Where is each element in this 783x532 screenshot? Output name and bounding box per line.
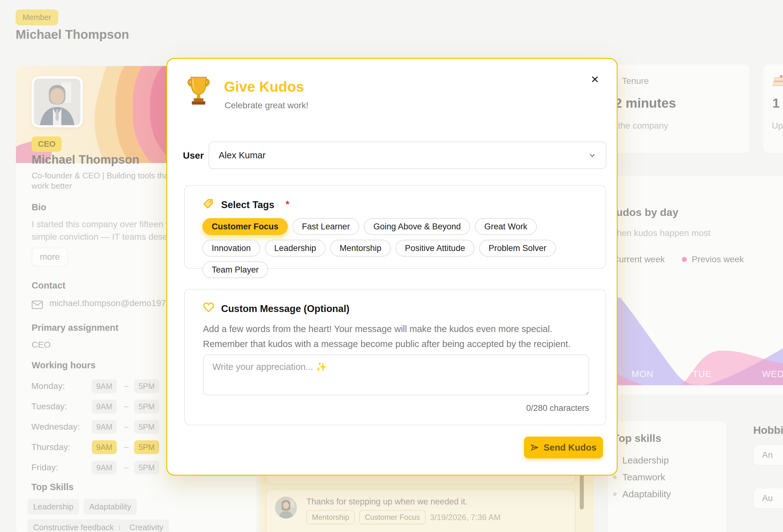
user-field-label: User [183,150,204,161]
send-kudos-button[interactable]: Send Kudos [524,437,603,459]
current-week-label: Current week [613,255,665,264]
hours-separator: – [124,442,128,452]
profile-tagline-line2: work better [32,181,72,191]
top-skill-item: Adaptability [613,489,671,499]
give-kudos-modal: Give Kudos Celebrate great work! ✕ User … [166,58,618,476]
top-skills-card: Top skills Leadership Teamwork Adaptabil… [607,421,727,532]
paper-plane-icon [530,443,539,452]
feed-avatar [275,497,297,519]
tag-pill[interactable]: Going Above & Beyond [364,218,470,235]
tag-pill[interactable]: Great Work [475,218,537,235]
birthday-card: 1 Upcoming [763,64,783,153]
start-hour-pill: 9AM [92,400,117,413]
day-label: Wednesday: [31,422,80,432]
tag-pill[interactable]: Leadership [265,240,326,257]
working-hours-row: Monday: 9AM – 5PM [31,379,169,393]
hours-separator: – [124,381,128,391]
skill-pill: Leadership [28,499,79,515]
x-label-wed: WED [762,369,783,379]
top-skills-heading: Top Skills [31,482,73,492]
top-skill-item: Teamwork [613,472,671,483]
hobby-pill: Au [753,488,783,509]
top-skill-label: Adaptability [622,489,671,499]
kudos-area-chart: MON TUE WED [597,298,783,385]
feed-tag: Customer Focus [359,510,426,525]
kudos-chart-subtitle: When kudos happen most [608,228,710,238]
page-title: Michael Thompson [15,28,129,42]
avatar-photo-man [34,78,81,125]
user-select[interactable]: Alex Kumar [209,141,606,169]
previous-week-label: Previos week [692,255,744,264]
tag-pill[interactable]: Positive Attitude [396,240,474,257]
tag-pill[interactable]: Customer Focus [202,218,288,235]
message-textarea[interactable] [203,355,589,395]
feed-timestamp: 3/19/2026, 7:36 AM [430,512,501,522]
profile-avatar [32,76,83,127]
previous-week-dot [682,257,687,262]
working-hours-row: Wednesday: 9AM – 5PM [31,420,169,434]
top-skills-right-heading: Top skills [613,432,661,444]
tag-pill-list: Customer FocusFast LearnerGoing Above & … [202,218,591,278]
message-description-line2: Remember that kudos with a message becom… [203,339,571,349]
char-counter: 0/280 characters [203,403,589,413]
hours-separator: – [124,401,128,411]
day-label: Friday: [31,463,58,472]
end-hour-pill: 5PM [134,461,159,474]
birthday-value: 1 [772,96,780,111]
tenure-label: Tenure [622,76,649,86]
feed-meta-row: Mentorship Customer Focus 3/19/2026, 7:3… [306,510,501,525]
tag-pill[interactable]: Team Player [202,261,268,278]
kudos-by-day-card: Kudos by day When kudos happen most Curr… [597,175,783,395]
tag-pill[interactable]: Problem Solver [479,240,556,257]
day-label: Tuesday: [31,401,67,411]
bio-more-button[interactable]: more [32,247,68,266]
top-skill-item: Leadership [613,455,671,466]
primary-assignment-heading: Primary assignment [32,323,118,333]
role-badge: CEO [32,136,62,152]
skill-pill: Constructive feedback [28,520,119,532]
user-select-value: Alex Kumar [219,150,265,161]
kudos-chart-title: Kudos by day [608,206,679,219]
top-skills-list: Leadership Teamwork Adaptability [613,455,671,506]
tenure-card: Tenure 22 minutes At the company [597,64,750,153]
tag-icon [202,198,214,210]
skill-pill: Adaptability [84,499,137,515]
hours-separator: – [124,422,128,432]
feed-tag: Mentorship [306,510,355,525]
hours-separator: – [124,463,128,472]
close-icon[interactable]: ✕ [591,74,599,85]
modal-title: Give Kudos [224,78,304,95]
message-description-line1: Add a few words from the heart! Your mes… [203,324,552,334]
hobby-pill: An [753,444,783,466]
skill-pill: Creativity [124,520,169,532]
x-label-tue: TUE [692,369,712,379]
member-type-badge: Member [15,9,58,25]
working-hours-row: Thursday: 9AM – 5PM [31,440,169,454]
tag-pill[interactable]: Fast Learner [292,218,359,235]
end-hour-pill: 5PM [134,379,159,393]
birthday-caption: Upcoming [772,121,783,131]
select-tags-section: Select Tags * Customer FocusFast Learner… [184,185,606,269]
end-hour-pill: 5PM [134,400,159,413]
feed-message: Thanks for stepping up when we needed it… [306,497,468,507]
modal-subtitle: Celebrate great work! [225,100,309,110]
custom-message-heading: Custom Message (Optional) [221,303,349,314]
feed-card[interactable]: Thanks for stepping up when we needed it… [265,489,576,532]
working-hours-row: Friday: 9AM – 5PM [31,461,169,474]
end-hour-pill: 5PM [134,440,159,454]
bullet-dot [613,475,617,479]
working-hours-heading: Working hours [32,360,96,370]
send-kudos-label: Send Kudos [543,442,596,453]
custom-message-section: Custom Message (Optional) Add a few word… [184,289,606,425]
contact-heading: Contact [32,280,65,291]
envelope-icon [32,300,43,309]
tag-pill[interactable]: Innovation [202,240,260,257]
day-label: Thursday: [31,442,70,452]
tag-pill[interactable]: Mentorship [330,240,391,257]
required-asterisk: * [286,199,289,209]
primary-assignment-value: CEO [32,340,51,350]
feed-scrollbar[interactable] [580,474,584,509]
hobbies-list: AnAu [753,444,783,509]
profile-name: Michael Thompson [32,153,139,166]
top-skill-label: Teamwork [622,472,665,483]
